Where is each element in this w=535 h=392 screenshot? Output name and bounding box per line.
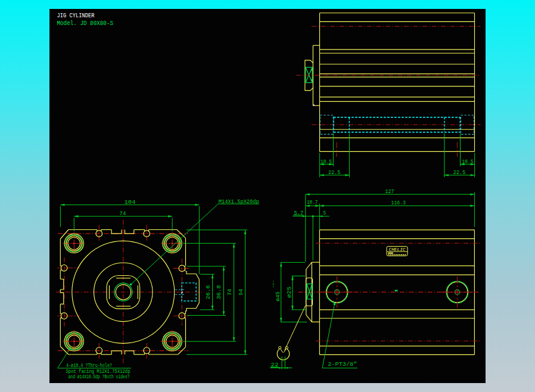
svg-text:ø25: ø25 [287, 287, 293, 298]
svg-text:22.5: 22.5 [453, 170, 466, 176]
svg-text:2-PT3/8”: 2-PT3/8” [328, 362, 357, 368]
svg-text:74: 74 [227, 289, 233, 295]
svg-text:Model. JD 80X80-S: Model. JD 80X80-S [57, 19, 114, 27]
svg-text:and ø14X10.5dp ?Both sides?: and ø14X10.5dp ?Both sides? [69, 374, 130, 380]
svg-text:4-ø10.4 ?Thru-hole?: 4-ø10.4 ?Thru-hole? [66, 363, 112, 368]
svg-text:10.5: 10.5 [321, 159, 332, 165]
svg-text:94: 94 [238, 289, 244, 295]
svg-text:36.8: 36.8 [216, 285, 222, 300]
svg-text:104: 104 [125, 200, 136, 206]
svg-text:5: 5 [324, 210, 326, 216]
svg-text:127: 127 [385, 189, 394, 195]
svg-text:74: 74 [120, 211, 126, 217]
svg-text:10.5: 10.5 [462, 159, 474, 165]
svg-text:JIG CYLINDER: JIG CYLINDER [57, 11, 95, 19]
svg-text:116.3: 116.3 [391, 200, 406, 206]
svg-text:26.6: 26.6 [206, 285, 211, 300]
svg-text:22.5: 22.5 [328, 170, 341, 176]
svg-text:-0.05: -0.05 [272, 283, 275, 288]
svg-text:10.7: 10.7 [307, 200, 318, 206]
svg-text:M14X1.5pX20dp: M14X1.5pX20dp [219, 199, 259, 205]
svg-text:ø45: ø45 [275, 291, 281, 301]
